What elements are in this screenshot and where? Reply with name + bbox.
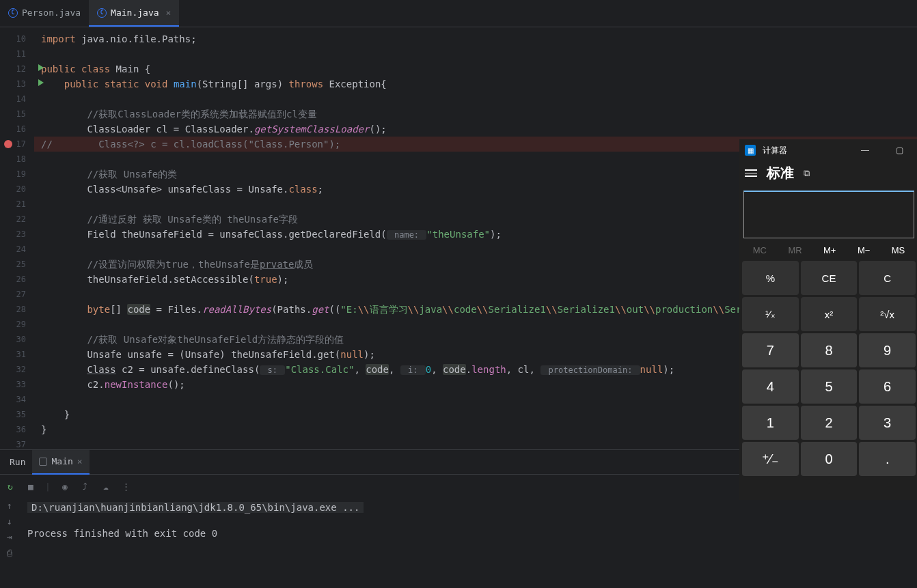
maximize-icon[interactable]: ▢ [886, 145, 913, 155]
calculator-window[interactable]: ▦ 计算器 — ▢ 标准 ⧉ MC MR M+ M− MS %CEC¹⁄ₓx²²… [739, 139, 917, 500]
hamburger-icon[interactable] [745, 169, 757, 177]
line-number[interactable]: 34 [0, 392, 34, 407]
t: ); [490, 229, 502, 240]
stop-icon[interactable]: ■ [25, 480, 37, 492]
line-number[interactable]: 37 [0, 437, 34, 452]
mr-button[interactable]: MR [788, 245, 802, 255]
line-number[interactable]: 35 [0, 407, 34, 422]
calc-key-2[interactable]: 2 [801, 406, 858, 440]
calc-key-0[interactable]: 0 [801, 442, 858, 476]
close-icon[interactable]: × [166, 8, 172, 18]
line-number[interactable]: 26 [0, 272, 34, 287]
calc-key-x²[interactable]: x² [801, 297, 858, 331]
line-number[interactable]: 20 [0, 182, 34, 197]
run-gutter-icon[interactable] [38, 79, 44, 86]
line-number[interactable]: 33 [0, 377, 34, 392]
tab-main-java[interactable]: C Main.java × [89, 0, 179, 27]
line-number[interactable]: 12 [0, 61, 34, 76]
tab-person-java[interactable]: C Person.java [0, 0, 89, 27]
tab-label: Main.java [111, 8, 159, 18]
calc-key-CE[interactable]: CE [801, 261, 858, 295]
more-icon[interactable]: ⋮ [120, 480, 133, 492]
print-icon[interactable]: ⎙ [7, 548, 12, 558]
calc-key-4[interactable]: 4 [742, 369, 799, 404]
t: java [419, 304, 442, 315]
minimize-icon[interactable]: — [851, 145, 879, 155]
line-gutter: 1011121314151617181920212223242526272829… [0, 27, 34, 449]
t: Field theUnsafeField = unsafeClass.getDe… [87, 229, 386, 240]
ms-button[interactable]: MS [892, 245, 905, 255]
calc-key-5[interactable]: 5 [801, 369, 858, 404]
line-number[interactable]: 17 [0, 137, 34, 152]
run-output[interactable]: D:\ruanjian\huanjinbianliang\jdk1.8.0_65… [19, 498, 917, 588]
t: Serialize1 [489, 304, 546, 315]
t: throws [288, 79, 323, 89]
line-number[interactable]: 10 [0, 31, 34, 46]
t: , [389, 364, 400, 375]
t: (String[] args) [197, 79, 289, 89]
calc-key-⁺⁄₋[interactable]: ⁺⁄₋ [742, 442, 799, 476]
run-gutter-icon[interactable] [38, 64, 44, 71]
t: readAllBytes [202, 304, 271, 315]
line-number[interactable]: 28 [0, 302, 34, 317]
mminus-button[interactable]: M− [858, 245, 870, 255]
t: "theUnsafe" [426, 229, 490, 240]
pin-icon[interactable]: ⧉ [804, 168, 810, 179]
line-number[interactable]: 11 [0, 46, 34, 61]
up-icon[interactable]: ↑ [7, 501, 12, 511]
line-number[interactable]: 16 [0, 122, 34, 137]
line-number[interactable]: 29 [0, 317, 34, 332]
calc-key-C[interactable]: C [859, 261, 916, 295]
run-tab-main[interactable]: Main × [32, 450, 89, 475]
wrap-icon[interactable]: ⇥ [7, 532, 12, 542]
calc-key-.[interactable]: . [859, 442, 916, 476]
t: [] [110, 304, 127, 315]
calc-key-8[interactable]: 8 [801, 333, 858, 367]
line-number[interactable]: 23 [0, 227, 34, 242]
rerun-icon[interactable]: ↻ [4, 480, 16, 492]
line-number[interactable]: 32 [0, 362, 34, 377]
calc-display[interactable] [743, 191, 914, 238]
calc-key-6[interactable]: 6 [859, 369, 916, 404]
t: = Files. [150, 304, 202, 315]
line-number[interactable]: 24 [0, 242, 34, 257]
t: length [471, 364, 506, 375]
line-number[interactable]: 36 [0, 422, 34, 437]
line-number[interactable]: 15 [0, 107, 34, 122]
hint: i: [400, 365, 426, 375]
t: code [127, 304, 150, 315]
calc-titlebar[interactable]: ▦ 计算器 — ▢ [739, 139, 917, 161]
line-number[interactable]: 18 [0, 152, 34, 167]
line-number[interactable]: 30 [0, 332, 34, 347]
calc-memory-row: MC MR M+ M− MS [739, 238, 917, 261]
camera-icon[interactable]: ◉ [59, 480, 71, 492]
java-class-icon: C [97, 8, 107, 18]
calc-key-3[interactable]: 3 [859, 406, 916, 440]
t: true [254, 274, 277, 285]
line-number[interactable]: 19 [0, 167, 34, 182]
close-icon[interactable]: × [77, 456, 83, 466]
mplus-button[interactable]: M+ [823, 245, 836, 255]
line-number[interactable]: 25 [0, 257, 34, 272]
cloud-icon[interactable]: ☁ [100, 480, 112, 492]
down-icon[interactable]: ↓ [7, 516, 12, 527]
t: "E: [340, 304, 357, 315]
calc-key-¹⁄ₓ[interactable]: ¹⁄ₓ [742, 297, 799, 331]
line-number[interactable]: 13 [0, 76, 34, 92]
calc-key-7[interactable]: 7 [742, 333, 799, 367]
breakpoint-icon[interactable] [4, 140, 12, 148]
line-number[interactable]: 22 [0, 212, 34, 227]
calc-key-²√x[interactable]: ²√x [859, 297, 916, 331]
line-number[interactable]: 27 [0, 287, 34, 302]
calc-key-%[interactable]: % [742, 261, 799, 295]
mc-button[interactable]: MC [753, 245, 767, 255]
calc-key-1[interactable]: 1 [742, 406, 799, 440]
t: ; [318, 184, 323, 195]
t: ); [663, 364, 674, 375]
line-number[interactable]: 14 [0, 92, 34, 107]
line-number[interactable]: 31 [0, 347, 34, 362]
calc-key-9[interactable]: 9 [859, 333, 916, 367]
line-number[interactable]: 21 [0, 197, 34, 212]
export-icon[interactable]: ⤴ [79, 480, 92, 492]
run-command: D:\ruanjian\huanjinbianliang\jdk1.8.0_65… [27, 502, 364, 513]
